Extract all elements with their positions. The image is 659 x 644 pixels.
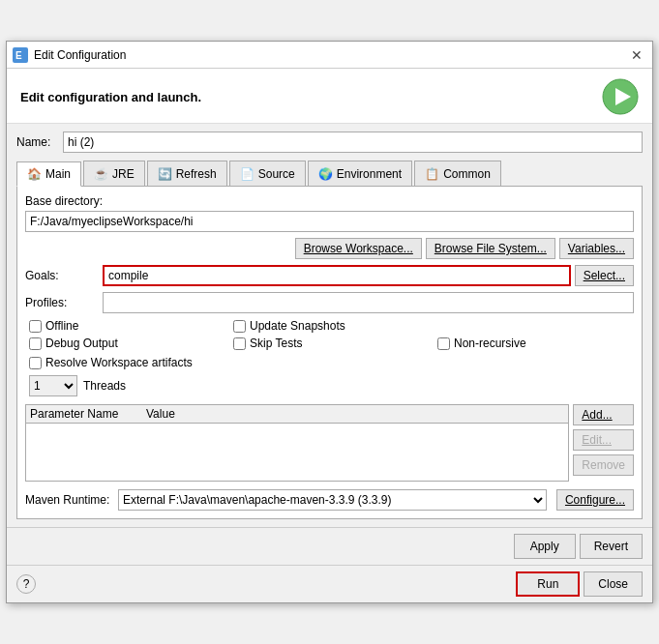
threads-row: 1 2 4 Threads [29,375,634,396]
variables-label: Variables... [568,242,625,255]
select-label: Select... [584,269,625,282]
tab-source[interactable]: 📄 Source [229,161,306,186]
maven-runtime-label: Maven Runtime: [25,493,112,507]
remove-label: Remove [582,458,625,472]
variables-button[interactable]: Variables... [559,238,634,259]
param-name-col-header: Parameter Name [30,407,146,421]
add-label: Add... [582,408,612,422]
revert-label: Revert [594,540,628,553]
resolve-workspace-label: Resolve Workspace artifacts [45,356,193,369]
maven-runtime-select[interactable]: External F:\Java\maven\apache-maven-3.3.… [118,489,547,511]
offline-row: Offline [29,319,225,333]
revert-button[interactable]: Revert [580,534,643,559]
apply-button[interactable]: Apply [514,534,576,559]
jre-icon: ☕ [94,167,108,181]
base-directory-input[interactable] [25,211,634,232]
tab-environment-label: Environment [337,167,402,181]
close-button[interactable]: ✕ [627,45,646,65]
tab-jre-label: JRE [112,167,135,181]
non-recursive-row: Non-recursive [437,337,634,350]
main-icon: 🏠 [27,167,42,181]
checkboxes-grid: Offline Update Snapshots Debug Output Sk… [29,319,634,350]
resolve-workspace-row: Resolve Workspace artifacts [29,356,634,369]
common-icon: 📋 [425,167,439,181]
profiles-label: Profiles: [25,296,103,309]
maven-runtime-row: Maven Runtime: External F:\Java\maven\ap… [25,489,634,511]
debug-output-row: Debug Output [29,337,225,350]
name-label: Name: [16,135,57,149]
offline-label: Offline [45,319,78,333]
name-row: Name: [16,132,643,153]
tab-jre[interactable]: ☕ JRE [83,161,145,186]
tab-refresh[interactable]: 🔄 Refresh [147,161,227,186]
update-snapshots-label: Update Snapshots [250,319,345,333]
source-icon: 📄 [240,167,255,181]
param-buttons: Add... Edit... Remove [573,404,634,482]
update-snapshots-checkbox[interactable] [233,320,246,333]
bottom-buttons: Run Close [516,571,643,597]
browse-row: Browse Workspace... Browse File System..… [25,238,634,259]
dialog-footer: Apply Revert [7,527,652,565]
threads-label: Threads [83,379,126,393]
tab-refresh-label: Refresh [176,167,217,181]
browse-workspace-button[interactable]: Browse Workspace... [295,238,422,259]
skip-tests-row: Skip Tests [233,337,430,350]
debug-output-checkbox[interactable] [29,337,42,350]
help-button[interactable]: ? [16,574,36,594]
environment-icon: 🌍 [318,167,333,181]
configure-label: Configure... [565,493,625,507]
select-button[interactable]: Select... [575,265,634,286]
remove-button[interactable]: Remove [573,454,634,476]
skip-tests-checkbox[interactable] [233,337,246,350]
edit-label: Edit... [582,433,612,447]
run-button[interactable]: Run [516,571,580,597]
configure-button[interactable]: Configure... [556,489,634,511]
edit-button[interactable]: Edit... [573,429,634,451]
browse-workspace-label: Browse Workspace... [304,242,413,255]
param-table-wrapper: Parameter Name Value Add... Edit... Remo… [25,404,634,482]
run-icon [602,78,639,115]
tabs: 🏠 Main ☕ JRE 🔄 Refresh 📄 Source 🌍 Enviro… [16,161,643,187]
titlebar: E Edit Configuration ✕ [7,42,652,69]
param-table-header: Parameter Name Value [26,405,568,424]
param-value-col-header: Value [146,407,564,421]
resolve-workspace-checkbox[interactable] [29,357,42,369]
non-recursive-checkbox[interactable] [437,337,450,350]
close-dialog-button[interactable]: Close [584,571,643,597]
param-table[interactable]: Parameter Name Value [25,404,569,482]
browse-filesystem-button[interactable]: Browse File System... [426,238,555,259]
dialog-icon: E [13,47,28,63]
apply-label: Apply [530,540,559,553]
dialog-header-text: Edit configuration and launch. [20,90,201,104]
edit-configuration-dialog: E Edit Configuration ✕ Edit configuratio… [6,41,653,603]
tab-common-label: Common [443,167,491,181]
goals-label: Goals: [25,269,103,282]
update-snapshots-row: Update Snapshots [233,319,430,333]
offline-checkbox[interactable] [29,320,42,333]
goals-row: Goals: Select... [25,265,634,286]
tab-main-label: Main [45,167,71,181]
run-label: Run [537,577,558,591]
param-table-body [26,424,568,427]
tab-content-main: Base directory: Browse Workspace... Brow… [16,187,643,519]
profiles-input[interactable] [103,292,634,313]
help-icon-label: ? [23,577,30,591]
base-directory-row [25,211,634,232]
profiles-row: Profiles: [25,292,634,313]
add-button[interactable]: Add... [573,404,634,425]
skip-tests-label: Skip Tests [250,337,302,350]
non-recursive-label: Non-recursive [454,337,526,350]
threads-select[interactable]: 1 2 4 [29,375,77,396]
refresh-icon: 🔄 [158,167,172,181]
name-input[interactable] [63,132,643,153]
base-directory-label: Base directory: [25,194,634,208]
dialog-title: Edit Configuration [34,48,627,62]
goals-input[interactable] [103,265,571,286]
dialog-body: Name: 🏠 Main ☕ JRE 🔄 Refresh 📄 Source � [7,124,652,527]
tab-main[interactable]: 🏠 Main [16,161,81,187]
close-label: Close [598,577,628,591]
browse-filesystem-label: Browse File System... [434,242,547,255]
tab-common[interactable]: 📋 Common [414,161,501,186]
tab-environment[interactable]: 🌍 Environment [308,161,412,186]
debug-output-label: Debug Output [45,337,118,350]
